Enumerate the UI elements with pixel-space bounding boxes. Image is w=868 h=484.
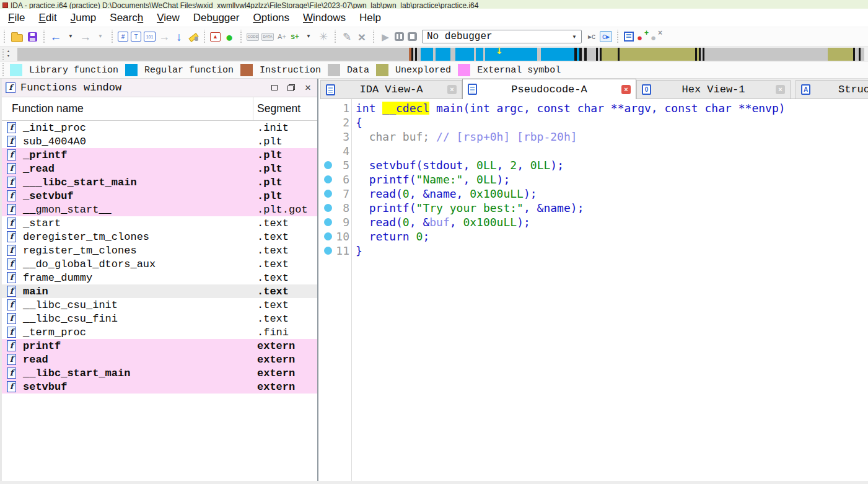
function-row[interactable]: f__libc_csu_fini.text: [2, 312, 317, 325]
navband-segment: [587, 48, 596, 61]
function-segment: extern: [257, 340, 295, 353]
function-icon: f: [7, 258, 16, 270]
toolbar-grip[interactable]: [1, 63, 4, 77]
breakpoint-list-icon[interactable]: [624, 32, 634, 42]
function-icon: f: [7, 149, 16, 161]
legend-label: Instruction: [260, 65, 321, 76]
function-row[interactable]: f__gmon_start__.plt.got: [2, 203, 317, 216]
toolbar-separator: [333, 30, 336, 43]
search-immediate-icon[interactable]: 101: [144, 32, 156, 42]
float-button[interactable]: [286, 82, 297, 94]
code-token: 0: [403, 187, 410, 200]
menu-options[interactable]: Options: [246, 10, 296, 26]
close-icon[interactable]: ×: [447, 85, 457, 94]
close-icon[interactable]: ×: [776, 85, 785, 94]
functions-window-title: Functions window: [20, 82, 263, 94]
function-icon: f: [7, 245, 16, 256]
menu-file[interactable]: File: [1, 10, 32, 26]
menu-edit[interactable]: Edit: [32, 10, 63, 26]
run-analysis-icon[interactable]: ●: [223, 29, 235, 44]
tab-structures[interactable]: AStructures×: [796, 80, 868, 99]
nav-forward-icon[interactable]: →: [79, 29, 92, 44]
nav-forward-dropdown-icon[interactable]: ▼: [94, 29, 107, 44]
line-number: 11: [320, 244, 349, 258]
function-row[interactable]: fderegister_tm_clones.text: [2, 230, 317, 244]
function-row[interactable]: fsub_4004A0.plt: [2, 134, 317, 148]
nav-back-dropdown-icon[interactable]: ▼: [64, 29, 77, 44]
menu-debugger[interactable]: Debugger: [186, 10, 247, 26]
function-row[interactable]: f_setvbuf.plt: [2, 189, 317, 203]
menu-jump[interactable]: Jump: [64, 10, 103, 26]
function-row[interactable]: f__do_global_dtors_aux.text: [2, 257, 317, 271]
menu-search[interactable]: Search: [103, 10, 150, 26]
function-name: _term_proc: [23, 326, 86, 339]
function-icon: f: [7, 354, 16, 365]
function-row[interactable]: f_read.plt: [2, 162, 317, 175]
column-header-function-name[interactable]: Function name: [12, 102, 84, 115]
search-text-icon[interactable]: T: [131, 32, 141, 42]
function-row[interactable]: f_start.text: [2, 216, 317, 230]
close-button[interactable]: ×: [302, 82, 313, 94]
navigation-band[interactable]: ↓: [17, 48, 864, 61]
edit-icon[interactable]: ✎: [341, 29, 353, 44]
function-row[interactable]: fregister_tm_clones.text: [2, 244, 317, 257]
make-data-icon[interactable]: DATA: [261, 33, 274, 41]
make-struct-dropdown-icon[interactable]: ▼: [302, 29, 315, 44]
make-code-icon[interactable]: CODE: [247, 33, 259, 41]
menu-view[interactable]: View: [150, 10, 186, 26]
function-row[interactable]: fmain.text: [2, 284, 317, 298]
maximize-button[interactable]: [269, 82, 280, 94]
start-process-icon[interactable]: ▶: [379, 29, 392, 44]
toolbar-grip[interactable]: [1, 48, 4, 60]
run-to-cursor-icon[interactable]: ▸c: [586, 31, 597, 42]
make-struct-icon[interactable]: s+: [290, 32, 300, 42]
delete-breakpoint-icon[interactable]: ●×: [651, 31, 662, 42]
highlight-lock-icon[interactable]: [188, 32, 198, 42]
code-text: {: [356, 115, 362, 130]
undefine-icon[interactable]: ✳: [317, 29, 330, 44]
function-row[interactable]: f_term_proc.fini: [2, 325, 317, 339]
function-row[interactable]: f_printf.plt: [2, 148, 317, 162]
code-token: 0: [403, 216, 410, 229]
close-icon[interactable]: ×: [621, 85, 631, 94]
make-ascii-icon[interactable]: A+: [276, 32, 287, 42]
search-next-icon[interactable]: →: [158, 29, 170, 44]
nav-back-icon[interactable]: ←: [50, 29, 62, 44]
tab-ida-view-a[interactable]: IDA View-A×: [320, 80, 462, 99]
function-row[interactable]: f_init_proc.init: [2, 121, 317, 134]
save-file-icon[interactable]: [28, 32, 37, 42]
function-name: _start: [23, 217, 61, 230]
tab-hex-view-1[interactable]: 0Hex View-1×: [636, 80, 791, 99]
function-row[interactable]: fsetvbufextern: [2, 380, 317, 394]
problems-list-icon[interactable]: ▲: [210, 32, 221, 42]
jump-down-icon[interactable]: ↓: [173, 29, 185, 44]
cancel-icon[interactable]: ×: [356, 29, 368, 44]
toolbar-separator: [616, 30, 619, 43]
code-text: }: [356, 244, 362, 258]
code-token: return: [356, 230, 416, 243]
menu-help[interactable]: Help: [353, 10, 388, 26]
open-file-icon[interactable]: [11, 34, 23, 42]
function-icon: f: [7, 299, 16, 310]
pause-process-icon[interactable]: [395, 32, 404, 41]
code-token: );: [524, 187, 537, 200]
function-row[interactable]: freadextern: [2, 353, 317, 366]
search-address-icon[interactable]: #: [118, 32, 128, 42]
menu-windows[interactable]: Windows: [296, 10, 353, 26]
function-row[interactable]: fframe_dummy.text: [2, 271, 317, 284]
code-text: read(0, &name, 0x100uLL);: [356, 187, 537, 201]
quick-debug-icon[interactable]: c▸: [600, 31, 612, 42]
code-text: printf("Try your best:", &name);: [356, 201, 584, 215]
function-row[interactable]: fprintfextern: [2, 339, 317, 353]
add-breakpoint-icon[interactable]: ●+: [637, 31, 648, 42]
function-row[interactable]: f___libc_start_main.plt: [2, 175, 317, 189]
column-header-segment[interactable]: Segment: [257, 102, 300, 115]
tab-pseudocode-a[interactable]: Pseudocode-A×: [462, 79, 636, 99]
stop-process-icon[interactable]: [408, 32, 417, 41]
function-row[interactable]: f__libc_csu_init.text: [2, 298, 317, 312]
navband-segment: [455, 48, 474, 61]
function-row[interactable]: f__libc_start_mainextern: [2, 366, 317, 380]
function-icon: f: [7, 218, 16, 229]
column-separator[interactable]: [253, 97, 253, 120]
debugger-select[interactable]: No debugger▼: [422, 30, 582, 43]
